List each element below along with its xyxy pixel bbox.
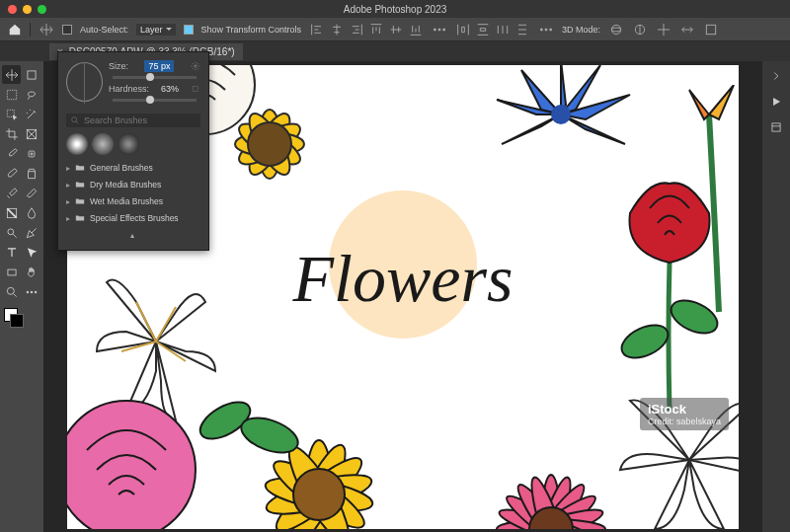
blur-tool[interactable] [23,203,41,222]
distribute-group [455,22,530,38]
folder-label: Wet Media Brushes [90,196,163,206]
align-right-icon[interactable] [349,22,364,38]
flip-icon[interactable] [191,84,200,94]
hardness-value[interactable]: 63% [155,83,185,95]
size-value[interactable]: 75 px [144,60,174,72]
size-slider[interactable] [113,76,197,79]
svg-rect-57 [194,87,198,92]
frame-tool[interactable] [23,124,41,143]
align-group [309,22,424,38]
brush-folder[interactable]: Dry Media Brushes [66,178,200,191]
watermark: iStock Credit: sabelskaya [640,398,729,430]
svg-rect-55 [772,123,780,131]
background-swatch[interactable] [10,314,24,328]
brush-settings-panel[interactable]: Size: 75 px Hardness: 63% [57,51,209,251]
svg-point-21 [35,291,37,293]
minimize-window-button[interactable] [23,5,32,14]
crop-tool[interactable] [2,124,21,143]
expand-panels-icon[interactable] [769,69,783,83]
svg-point-58 [72,117,77,122]
app-title: Adobe Photoshop 2023 [344,4,447,15]
move-tool[interactable] [2,65,21,84]
align-left-icon[interactable] [309,22,325,38]
brush-folder[interactable]: Special Effects Brushes [66,211,200,225]
zoom-tool[interactable] [2,282,21,301]
edit-toolbar-icon[interactable] [23,282,41,301]
brush-folder[interactable]: General Brushes [66,161,200,175]
distribute-space-h-icon[interactable] [495,22,511,38]
magic-wand-tool[interactable] [23,105,41,123]
svg-point-41 [293,469,345,520]
leaves-illustration [191,376,309,475]
history-brush-tool[interactable] [2,184,21,202]
more-options-icon[interactable] [432,22,447,38]
marquee-tool[interactable] [2,85,21,104]
three-d-slide-icon[interactable] [679,22,695,38]
show-transform-checkbox[interactable] [184,25,194,35]
distribute-h-icon[interactable] [455,22,471,38]
brush-search-input[interactable] [84,115,197,125]
brush-preview-soft[interactable] [92,133,114,155]
size-label: Size: [109,61,128,71]
maximize-window-button[interactable] [38,5,46,14]
color-swatches[interactable] [2,308,41,330]
align-bottom-icon[interactable] [408,22,424,38]
brush-search[interactable] [66,114,200,127]
auto-select-checkbox[interactable] [62,25,72,35]
eyedropper-tool[interactable] [2,144,21,163]
panel-collapse-toggle[interactable]: ▴ [66,231,200,240]
search-icon [70,115,80,125]
home-icon[interactable] [8,23,22,37]
move-tool-mini-icon [39,22,54,38]
auto-select-label: Auto-Select: [80,25,128,35]
svg-point-5 [550,29,552,31]
white-lily-illustration [600,371,739,529]
brush-tool[interactable] [2,164,21,183]
auto-select-dropdown[interactable]: Layer [136,24,176,36]
three-d-scale-icon[interactable] [703,22,719,38]
more-icon[interactable] [538,22,554,38]
brush-folder-list: General Brushes Dry Media Brushes Wet Me… [66,161,200,225]
svg-point-20 [31,291,33,293]
svg-point-3 [540,29,542,31]
three-d-orbit-icon[interactable] [608,22,624,38]
three-d-roll-icon[interactable] [632,22,648,38]
path-select-tool[interactable] [23,243,41,262]
gradient-tool[interactable] [2,203,21,222]
folder-label: General Brushes [90,163,153,173]
gear-icon[interactable] [191,61,200,71]
svg-point-4 [545,29,547,31]
eraser-tool[interactable] [23,184,41,202]
distribute-v-icon[interactable] [475,22,491,38]
pen-tool[interactable] [23,223,41,242]
hardness-slider[interactable] [113,99,197,102]
svg-point-7 [611,28,620,32]
brush-angle-preview[interactable] [66,62,103,102]
object-select-tool[interactable] [2,105,21,123]
brush-preview-texture[interactable] [118,133,139,155]
align-center-h-icon[interactable] [329,22,345,38]
close-window-button[interactable] [8,5,17,14]
clone-stamp-tool[interactable] [23,164,41,183]
distribute-space-v-icon[interactable] [514,22,530,38]
svg-point-16 [7,228,13,234]
type-tool[interactable] [2,243,21,262]
hand-tool[interactable] [23,263,41,281]
align-top-icon[interactable] [368,22,384,38]
svg-rect-10 [28,70,36,78]
properties-panel-icon[interactable] [769,120,783,134]
three-d-pan-icon[interactable] [656,22,672,38]
window-controls [8,5,46,14]
play-actions-icon[interactable] [769,95,783,109]
brush-preview-hard[interactable] [66,133,88,155]
align-center-v-icon[interactable] [388,22,404,38]
dodge-tool[interactable] [2,223,21,242]
rectangle-tool[interactable] [2,263,21,281]
options-bar: Auto-Select: Layer Show Transform Contro… [0,18,790,41]
healing-brush-tool[interactable] [23,144,41,163]
show-transform-label: Show Transform Controls [201,25,302,35]
brush-folder[interactable]: Wet Media Brushes [66,194,200,208]
artboard-tool[interactable] [23,65,41,84]
svg-point-31 [616,319,672,365]
lasso-tool[interactable] [23,85,41,104]
